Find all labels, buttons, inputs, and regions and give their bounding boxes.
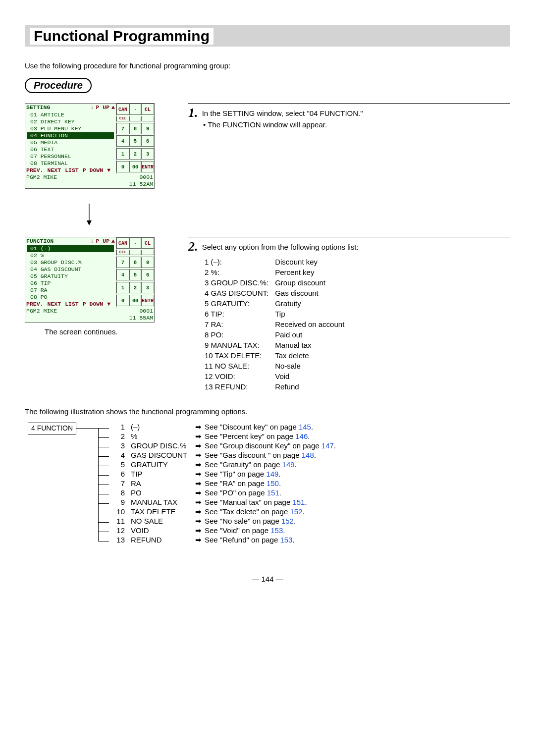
option-key: 6 TIP:: [204, 309, 273, 319]
screen-menu-item[interactable]: 04 FUNCTION: [27, 132, 114, 139]
page-title: Functional Programming: [30, 28, 214, 45]
keypad-key[interactable]: ENTR: [141, 161, 154, 172]
nav-up-icon[interactable]: ▲: [111, 238, 115, 244]
screen-menu-item[interactable]: 08 PO: [25, 294, 116, 301]
keypad-key[interactable]: 2: [129, 148, 141, 160]
keypad-key[interactable]: 9: [141, 123, 154, 134]
keypad-key[interactable]: 8: [129, 257, 141, 268]
page-ref[interactable]: 146: [295, 432, 308, 440]
function-screen: FUNCTION↓P UP▲01 (-)02 %03 GROUP DISC.%0…: [25, 237, 178, 323]
screen-menu-item[interactable]: 08 TERMINAL: [25, 160, 116, 167]
screen-footer-button[interactable]: ▼: [107, 301, 110, 308]
keypad-key[interactable]: 7: [116, 123, 129, 134]
right-arrow-icon: ➡: [195, 423, 202, 432]
keypad-key[interactable]: 00: [129, 161, 141, 172]
page-ref[interactable]: 150: [267, 479, 279, 487]
option-key: 1 (–):: [204, 257, 273, 267]
screen-menu-item[interactable]: 07 PERSONNEL: [25, 153, 116, 160]
keypad-key[interactable]: ENTR: [141, 295, 154, 306]
screen-footer-button[interactable]: ▼: [107, 167, 110, 174]
page-ref[interactable]: 147: [321, 441, 334, 450]
screen-menu-item[interactable]: 06 TIP: [25, 280, 116, 287]
screen-menu-item[interactable]: 04 GAS DISCOUNT: [25, 266, 116, 273]
option-value: Received on account: [274, 320, 345, 329]
page-ref[interactable]: 152: [281, 517, 294, 525]
page-ref[interactable]: 151: [267, 488, 279, 497]
keypad-key[interactable]: ·: [129, 104, 141, 115]
screen-footer-button[interactable]: NEXT: [48, 167, 61, 174]
page-ref[interactable]: 148: [302, 451, 314, 459]
tree-branch-name: REFUND: [131, 536, 195, 544]
tree-branch-line: [98, 447, 109, 447]
tree-branch-see: See "Group discount Key" on page 147.: [205, 441, 336, 450]
keypad-key[interactable]: 00: [129, 295, 141, 306]
divider: [188, 237, 510, 237]
screen-menu-item[interactable]: 03 PLU MENU KEY: [25, 125, 116, 132]
keypad-key[interactable]: 5: [129, 135, 141, 147]
tree-branch-name: MANUAL TAX: [131, 498, 195, 506]
page-ref[interactable]: 151: [292, 498, 305, 506]
screen-footer-button[interactable]: NEXT: [48, 301, 61, 308]
tree-branch-number: 11: [112, 517, 125, 525]
keypad-key[interactable]: 5: [129, 269, 141, 280]
keypad-key[interactable]: 6: [141, 135, 154, 147]
page-ref[interactable]: 149: [266, 470, 278, 478]
tree-branch-see: See "Gas discount " on page 148.: [205, 451, 316, 459]
tree-branch-see: See "Discount key" on page 145.: [205, 423, 313, 431]
keypad-key: [129, 116, 141, 121]
keypad-key[interactable]: 3: [141, 282, 154, 293]
nav-page-up[interactable]: P UP: [96, 238, 109, 244]
screen-mode: PGM2 MIKE: [26, 308, 57, 314]
screen-menu-item[interactable]: 01 ARTICLE: [25, 111, 116, 118]
keypad-key[interactable]: 2: [129, 282, 141, 293]
keypad-key[interactable]: 1: [116, 282, 129, 293]
screen-menu-item[interactable]: 05 GRATUITY: [25, 273, 116, 280]
screen-menu-item[interactable]: 02 %: [25, 252, 116, 259]
nav-page-up[interactable]: P UP: [96, 104, 109, 110]
screen-footer-button[interactable]: P DOWN: [83, 301, 103, 308]
screen-menu-item[interactable]: 06 TEXT: [25, 146, 116, 153]
page-ref[interactable]: 149: [282, 460, 295, 469]
screen-menu-item[interactable]: 01 (-): [27, 245, 114, 252]
page-ref[interactable]: 153: [280, 536, 292, 544]
page-ref[interactable]: 152: [290, 507, 302, 516]
nav-down-icon[interactable]: ↓: [91, 104, 94, 110]
keypad-key[interactable]: 1: [116, 148, 129, 160]
tree-branch-line: [98, 466, 109, 466]
page-ref[interactable]: 153: [270, 526, 283, 535]
keypad-key[interactable]: CL: [141, 237, 154, 249]
nav-up-icon[interactable]: ▲: [111, 104, 115, 110]
screen-footer-button[interactable]: PREV.: [26, 167, 44, 174]
keypad-key[interactable]: 7: [116, 257, 129, 268]
keypad-key[interactable]: 6: [141, 269, 154, 280]
option-row: 6 TIP:Tip: [204, 309, 345, 319]
keypad-key[interactable]: 3: [141, 148, 154, 160]
keypad-key[interactable]: CEL: [116, 116, 129, 121]
tree-branch-line: [98, 485, 109, 485]
tree-branch-name: TIP: [131, 470, 195, 478]
keypad-key[interactable]: 0: [116, 295, 129, 306]
keypad-key[interactable]: 4: [116, 269, 129, 280]
keypad-key[interactable]: 4: [116, 135, 129, 147]
screen-footer-button[interactable]: PREV.: [26, 301, 44, 308]
procedure-heading: Procedure: [25, 78, 92, 93]
screen-menu-item[interactable]: 05 MEDIA: [25, 139, 116, 146]
screen-menu-item[interactable]: 02 DIRECT KEY: [25, 118, 116, 125]
keypad-key[interactable]: 9: [141, 257, 154, 268]
keypad-key[interactable]: CAN: [116, 237, 129, 249]
keypad-key[interactable]: 0: [116, 161, 129, 172]
keypad-key[interactable]: CL: [141, 104, 154, 115]
keypad-key[interactable]: ·: [129, 237, 141, 249]
screen-footer-button[interactable]: LIST: [65, 301, 79, 308]
keypad-key[interactable]: 8: [129, 123, 141, 134]
keypad-key[interactable]: CAN: [116, 104, 129, 115]
setting-screen: SETTING↓P UP▲01 ARTICLE02 DIRECT KEY03 P…: [25, 103, 178, 189]
keypad-key[interactable]: CEL: [116, 250, 129, 255]
page-ref[interactable]: 145: [299, 423, 311, 431]
tree-branch-number: 5: [112, 460, 125, 469]
screen-menu-item[interactable]: 07 RA: [25, 287, 116, 294]
screen-menu-item[interactable]: 03 GROUP DISC.%: [25, 259, 116, 266]
screen-footer-button[interactable]: P DOWN: [83, 167, 103, 174]
nav-down-icon[interactable]: ↓: [91, 238, 94, 244]
screen-footer-button[interactable]: LIST: [65, 167, 79, 174]
